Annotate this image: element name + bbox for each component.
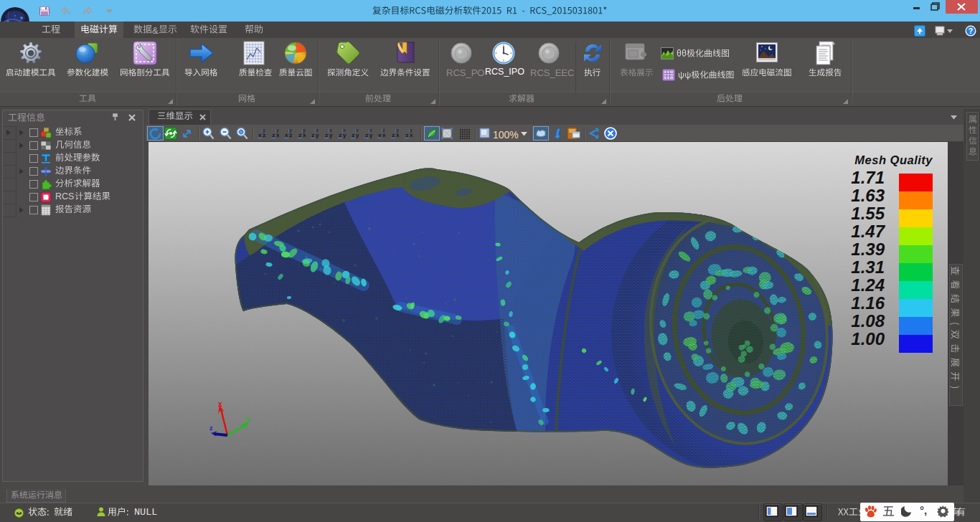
svg-text:x: x xyxy=(285,133,288,138)
svg-text:x: x xyxy=(316,128,319,133)
svg-text:v: v xyxy=(356,128,359,133)
svg-text:z: z xyxy=(263,133,266,138)
svg-text:y: y xyxy=(276,128,279,133)
svg-text:y: y xyxy=(329,133,333,138)
svg-text:x: x xyxy=(343,128,346,133)
svg-text:y: y xyxy=(410,128,413,133)
svg-text:y: y xyxy=(369,133,373,138)
svg-text:z: z xyxy=(352,133,355,138)
svg-text:z: z xyxy=(365,133,369,138)
svg-text:z: z xyxy=(289,133,293,138)
svg-text:x: x xyxy=(329,128,332,133)
svg-text:y: y xyxy=(356,133,359,138)
svg-text:y: y xyxy=(396,128,399,133)
svg-text:z: z xyxy=(382,128,385,133)
svg-text:y: y xyxy=(303,128,306,133)
svg-text:z: z xyxy=(298,133,302,138)
svg-text:z: z xyxy=(339,133,342,138)
svg-text:x: x xyxy=(410,133,413,138)
svg-text:z: z xyxy=(405,133,409,138)
svg-text:y: y xyxy=(289,128,292,133)
svg-text:y: y xyxy=(343,133,347,138)
svg-text:x: x xyxy=(396,133,400,138)
svg-text:x: x xyxy=(258,133,262,138)
svg-text:z: z xyxy=(392,133,395,138)
svg-text:x: x xyxy=(303,133,306,138)
svg-text:z: z xyxy=(209,424,213,432)
svg-text:z: z xyxy=(272,133,275,138)
svg-text:x: x xyxy=(369,128,372,133)
svg-text:y: y xyxy=(246,415,250,423)
svg-text:x: x xyxy=(382,133,386,138)
svg-text:v: v xyxy=(378,133,382,138)
svg-text:x: x xyxy=(218,400,222,408)
svg-text:x: x xyxy=(276,133,280,138)
svg-text:y: y xyxy=(263,128,265,133)
svg-text:?: ? xyxy=(969,27,973,35)
svg-text:z: z xyxy=(311,133,315,138)
svg-text:y: y xyxy=(316,133,319,138)
svg-text:z: z xyxy=(325,133,329,138)
